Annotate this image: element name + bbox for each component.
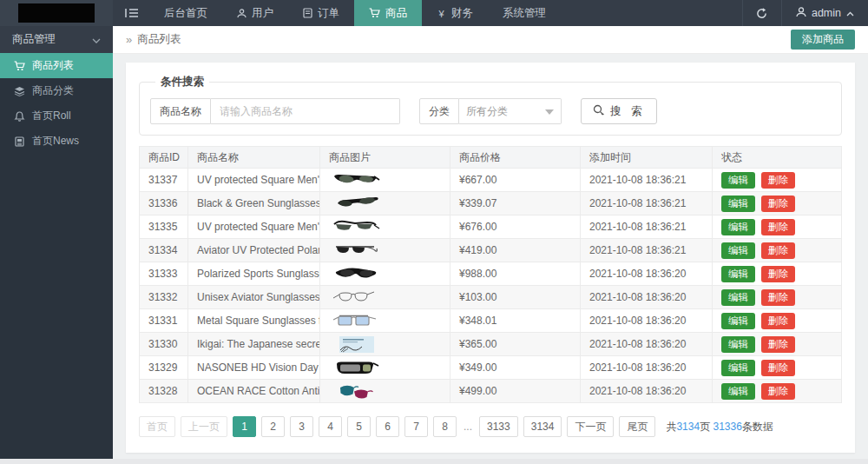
goods-row: 31331Metal Square Sunglasses for Men a..…: [140, 309, 842, 333]
edit-button[interactable]: 编辑: [721, 289, 755, 306]
pagination-buttons: 首页上一页12345678...31333134下一页尾页: [139, 416, 661, 437]
eyeglasses-wire-clear: [329, 288, 383, 307]
goods-id: 31328: [140, 380, 188, 403]
delete-button[interactable]: 删除: [761, 266, 795, 282]
page-button-8[interactable]: 8: [433, 416, 457, 437]
goods-name-input[interactable]: [211, 98, 400, 124]
user-menu[interactable]: admin: [782, 0, 868, 26]
page-button-...: ...: [462, 416, 474, 437]
goods-name: Black & Green Sunglasses Combo ...: [188, 192, 320, 215]
goods-name-group: 商品名称: [150, 98, 400, 124]
category-select[interactable]: 所有分类: [459, 98, 562, 124]
goods-actions: 编辑删除: [713, 356, 842, 380]
topnav-item-订单[interactable]: 订单: [288, 0, 354, 26]
goods-add-time: 2021-10-08 18:36:20: [581, 262, 713, 286]
sidebar-group-goods-management[interactable]: 商品管理: [0, 26, 113, 53]
edit-button[interactable]: 编辑: [721, 360, 755, 376]
goods-name: Aviator UV Protected Polarized Blac...: [188, 239, 320, 262]
edit-button[interactable]: 编辑: [721, 336, 755, 353]
column-header: 商品名称: [188, 147, 320, 169]
page-button-6[interactable]: 6: [376, 416, 399, 437]
delete-button[interactable]: 删除: [761, 383, 795, 400]
edit-button[interactable]: 编辑: [721, 266, 755, 282]
goods-row: 31334Aviator UV Protected Polarized Blac…: [140, 239, 842, 262]
goods-row: 31333Polarized Sports Sunglasses Mirror …: [140, 262, 842, 286]
refresh-icon[interactable]: [742, 0, 782, 26]
logo-area: [0, 0, 113, 26]
delete-button[interactable]: 删除: [761, 360, 795, 376]
breadcrumb: 商品列表: [137, 32, 181, 47]
topnav-item-系统管理[interactable]: 系统管理: [488, 0, 561, 26]
page-button-2[interactable]: 2: [261, 416, 285, 437]
topnav-item-label: 财务: [451, 6, 473, 21]
topnav-item-后台首页[interactable]: 后台首页: [149, 0, 222, 26]
column-header: 状态: [713, 147, 842, 169]
edit-button[interactable]: 编辑: [721, 172, 755, 189]
sidebar-item-首页News[interactable]: 首页News: [0, 129, 113, 154]
page-button-1[interactable]: 1: [233, 416, 256, 437]
goods-id: 31335: [140, 215, 188, 239]
bell-icon: [14, 111, 25, 122]
menu-icon[interactable]: [113, 0, 149, 26]
goods-row: 31336Black & Green Sunglasses Combo ...¥…: [140, 192, 842, 215]
sidebar-item-商品分类[interactable]: 商品分类: [0, 78, 113, 103]
goods-image: [320, 239, 450, 262]
sidebar-items: 商品列表商品分类首页Roll首页News: [0, 53, 113, 154]
sidebar-item-label: 商品列表: [32, 58, 74, 73]
page-button-4[interactable]: 4: [319, 416, 342, 437]
goods-row: 31330Ikigai: The Japanese secret to a lo…: [140, 333, 842, 356]
column-header: 商品图片: [320, 147, 450, 169]
delete-button[interactable]: 删除: [761, 289, 795, 306]
page-button-3[interactable]: 3: [290, 416, 313, 437]
page-button-下一页[interactable]: 下一页: [567, 416, 614, 437]
topnav-item-用户[interactable]: 用户: [222, 0, 288, 26]
window-bottom-edge: [0, 459, 868, 464]
delete-button[interactable]: 删除: [761, 219, 795, 235]
news-icon: [14, 136, 25, 147]
edit-button[interactable]: 编辑: [721, 242, 755, 259]
delete-button[interactable]: 删除: [761, 242, 795, 259]
page-button-5[interactable]: 5: [347, 416, 371, 437]
topnav-item-财务[interactable]: ¥财务: [422, 0, 488, 26]
sidebar-group-label: 商品管理: [12, 32, 92, 47]
edit-button[interactable]: 编辑: [721, 219, 755, 235]
top-navbar: 后台首页用户订单商品¥财务系统管理 admin: [0, 0, 868, 26]
sunglasses-wayfarer-dark: [329, 170, 383, 189]
topnav-item-label: 用户: [252, 6, 273, 21]
page-button-3133[interactable]: 3133: [479, 416, 518, 437]
goods-actions: 编辑删除: [713, 215, 842, 239]
goods-image: [320, 262, 450, 286]
goods-price: ¥365.00: [450, 333, 581, 356]
delete-button[interactable]: 删除: [761, 196, 795, 212]
sidebar-item-label: 首页News: [32, 134, 79, 149]
add-goods-button[interactable]: 添加商品: [791, 30, 855, 50]
face-masks-teal-maroon: [329, 381, 383, 401]
page-button-7[interactable]: 7: [404, 416, 428, 437]
topnav-item-label: 后台首页: [164, 6, 207, 21]
edit-button[interactable]: 编辑: [721, 196, 755, 212]
goods-price: ¥667.00: [450, 169, 581, 192]
goods-price: ¥103.00: [450, 286, 581, 309]
edit-button[interactable]: 编辑: [721, 313, 755, 329]
sidebar-item-商品列表[interactable]: 商品列表: [0, 53, 113, 78]
svg-text:¥: ¥: [437, 9, 444, 18]
pagination: 首页上一页12345678...31333134下一页尾页 共3134页 313…: [139, 416, 842, 437]
pagination-summary: 共3134页 31336条数据: [666, 420, 773, 434]
edit-button[interactable]: 编辑: [721, 383, 755, 400]
search-button[interactable]: 搜 索: [581, 98, 657, 124]
goods-name: Ikigai: The Japanese secret to a lon...: [188, 333, 320, 356]
goods-name: Unisex Aviator Sunglasses Combo (...: [188, 286, 320, 309]
cart-icon: [369, 8, 380, 18]
user-icon: [237, 9, 247, 18]
delete-button[interactable]: 删除: [761, 336, 795, 353]
page-button-3134[interactable]: 3134: [523, 416, 562, 437]
summary-pages-unit: 页: [700, 421, 710, 433]
topnav-item-商品[interactable]: 商品: [354, 0, 422, 26]
delete-button[interactable]: 删除: [761, 313, 795, 329]
goods-id: 31329: [140, 356, 188, 380]
page-button-尾页[interactable]: 尾页: [619, 416, 655, 437]
search-icon: [593, 104, 604, 118]
sidebar-item-首页Roll[interactable]: 首页Roll: [0, 103, 113, 129]
logo: [18, 3, 95, 23]
delete-button[interactable]: 删除: [761, 172, 795, 189]
